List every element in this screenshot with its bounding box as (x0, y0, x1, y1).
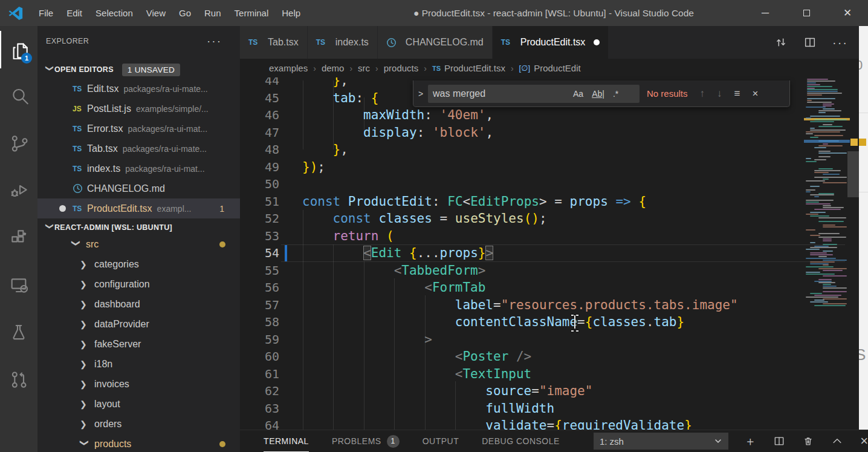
tree-item-i18n[interactable]: ❯i18n (37, 354, 240, 374)
tree-item-configuration[interactable]: ❯configuration (37, 274, 240, 294)
whole-word-icon[interactable]: Ab| (592, 89, 604, 99)
tree-item-layout[interactable]: ❯layout (37, 394, 240, 414)
find-toggle-chevron-icon[interactable]: > (413, 89, 428, 99)
tree-item-products[interactable]: ❯products (37, 434, 240, 452)
find-in-selection-icon[interactable]: ≡ (734, 88, 740, 100)
line-number[interactable]: 52 (240, 210, 279, 228)
line-number[interactable]: 64 (240, 417, 279, 430)
open-editor-item[interactable]: TSProductEdit.tsxexampl...1 (37, 198, 240, 218)
menu-selection[interactable]: Selection (89, 0, 140, 26)
line-number[interactable]: 57 (240, 296, 279, 314)
line-number[interactable]: 62 (240, 382, 279, 400)
menu-run[interactable]: Run (198, 0, 228, 26)
minimap[interactable] (804, 77, 850, 430)
close-button[interactable]: ✕ (827, 0, 868, 26)
open-editor-item[interactable]: CHANGELOG.md (37, 179, 240, 198)
activity-explorer[interactable]: 1 (0, 31, 37, 68)
menu-view[interactable]: View (140, 0, 172, 26)
line-number[interactable]: 60 (240, 348, 279, 365)
activity-github-pr[interactable] (0, 361, 37, 398)
line-number[interactable]: 50 (240, 175, 279, 193)
find-input[interactable] (428, 88, 573, 99)
tree-item-orders[interactable]: ❯orders (37, 414, 240, 434)
tab-ProductEdit.tsx[interactable]: TSProductEdit.tsx (493, 26, 609, 59)
activity-remote-explorer[interactable] (0, 266, 37, 303)
activity-run-debug[interactable] (0, 171, 37, 208)
menu-help[interactable]: Help (275, 0, 307, 26)
tree-item-invoices[interactable]: ❯invoices (37, 374, 240, 394)
breadcrumb-item-ProductEdit[interactable]: [∅]ProductEdit (519, 63, 581, 73)
line-number[interactable]: 48 (240, 141, 279, 159)
split-terminal-icon[interactable] (773, 435, 785, 447)
panel-tab-problems[interactable]: PROBLEMS1 (332, 430, 400, 452)
breadcrumb-item-examples[interactable]: examples (269, 63, 308, 73)
more-actions-icon[interactable]: ··· (832, 36, 848, 50)
maximize-panel-icon[interactable] (831, 435, 843, 447)
close-panel-icon[interactable]: × (860, 433, 868, 449)
menu-go[interactable]: Go (172, 0, 198, 26)
tree-item-fakeServer[interactable]: ❯fakeServer (37, 334, 240, 354)
open-editor-item[interactable]: TSindex.tspackages/ra-ui-mat... (37, 159, 240, 179)
activity-extensions[interactable] (0, 218, 37, 256)
code-line[interactable]: 52const classes = useStyles(); (240, 210, 859, 228)
split-editor-icon[interactable] (803, 36, 817, 49)
code-line[interactable]: 51const ProductEdit: FC<EditProps> = pro… (240, 193, 859, 211)
open-editor-item[interactable]: JSPostList.jsexamples/simple/... (37, 99, 240, 119)
open-editors-header[interactable]: ❯ OPEN EDITORS 1 UNSAVED (37, 61, 240, 79)
menu-file[interactable]: File (32, 0, 60, 26)
panel-tab-debug-console[interactable]: DEBUG CONSOLE (482, 430, 560, 452)
line-number[interactable]: 53 (240, 228, 279, 245)
minimize-button[interactable]: ─ (745, 0, 786, 26)
vertical-scrollbar[interactable] (847, 151, 859, 197)
open-editor-item[interactable]: TSEdit.tsxpackages/ra-ui-mate... (37, 79, 240, 99)
tab-index.ts[interactable]: TSindex.ts (308, 26, 378, 59)
maximize-button[interactable] (786, 0, 827, 26)
panel-tab-terminal[interactable]: TERMINAL (264, 430, 309, 452)
open-changes-icon[interactable] (774, 36, 788, 49)
background-window-strip[interactable]: 0 S (859, 26, 868, 430)
menu-terminal[interactable]: Terminal (228, 0, 276, 26)
line-number[interactable]: 46 (240, 106, 279, 124)
line-number[interactable]: 54 (240, 244, 279, 262)
open-editor-item[interactable]: TSError.tsxpackages/ra-ui-mat... (37, 119, 240, 139)
code-line[interactable]: 53return ( (240, 228, 859, 245)
panel-tab-output[interactable]: OUTPUT (423, 430, 459, 452)
tree-item-dashboard[interactable]: ❯dashboard (37, 294, 240, 314)
line-number[interactable]: 61 (240, 365, 279, 383)
activity-search[interactable] (0, 77, 37, 114)
activity-source-control[interactable] (0, 124, 37, 162)
tab-Tab.tsx[interactable]: TSTab.tsx (240, 26, 308, 59)
line-number[interactable]: 56 (240, 279, 279, 296)
breadcrumb-item-demo[interactable]: demo (322, 63, 345, 73)
tab-CHANGELOG.md[interactable]: CHANGELOG.md (378, 26, 493, 59)
line-number[interactable]: 51 (240, 193, 279, 211)
find-previous-icon[interactable]: ↑ (700, 88, 705, 100)
line-number[interactable]: 55 (240, 262, 279, 280)
code-line[interactable]: 49}); (240, 159, 859, 176)
open-editor-item[interactable]: TSTab.tsxpackages/ra-ui-mate... (37, 139, 240, 159)
tree-item-dataProvider[interactable]: ❯dataProvider (37, 314, 240, 334)
tree-item-src[interactable]: ❯src (37, 234, 240, 254)
new-terminal-icon[interactable]: ＋ (744, 433, 756, 450)
match-case-icon[interactable]: Aa (573, 89, 583, 99)
line-number[interactable]: 63 (240, 400, 279, 418)
overview-ruler[interactable] (850, 77, 859, 430)
breadcrumb-item-products[interactable]: products (384, 63, 419, 73)
line-number[interactable]: 45 (240, 90, 279, 107)
find-next-icon[interactable]: ↓ (717, 88, 722, 100)
menu-edit[interactable]: Edit (60, 0, 89, 26)
find-close-icon[interactable]: × (752, 88, 758, 100)
code-line[interactable]: 50 (240, 175, 859, 193)
breadcrumb-item-src[interactable]: src (358, 63, 370, 73)
breadcrumb-item-ProductEdit.tsx[interactable]: TSProductEdit.tsx (432, 63, 505, 73)
tree-item-categories[interactable]: ❯categories (37, 254, 240, 274)
activity-testing[interactable] (0, 313, 37, 350)
line-number[interactable]: 58 (240, 313, 279, 331)
terminal-shell-select[interactable]: 1: zsh (594, 433, 728, 450)
line-number[interactable]: 59 (240, 331, 279, 349)
dirty-dot-icon[interactable] (594, 39, 600, 45)
line-number[interactable]: 47 (240, 124, 279, 142)
sidebar-more-actions-icon[interactable]: ··· (207, 34, 222, 48)
line-number[interactable]: 49 (240, 159, 279, 176)
regex-icon[interactable]: .* (613, 89, 618, 99)
